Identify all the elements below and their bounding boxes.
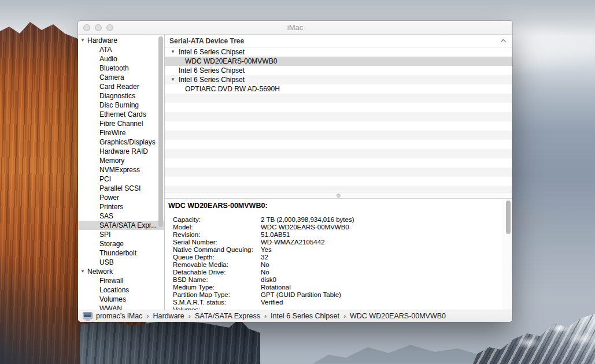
sidebar-item-card-reader[interactable]: Card Reader bbox=[78, 82, 164, 91]
zoom-button[interactable] bbox=[106, 24, 113, 31]
detail-row-removable-media: Removable Media:No bbox=[173, 261, 501, 269]
sidebar-item-label: Thunderbolt bbox=[99, 249, 136, 257]
detail-label: S.M.A.R.T. status: bbox=[173, 299, 261, 306]
sidebar-group-label: Network bbox=[87, 268, 113, 276]
sidebar-item-disc-burning[interactable]: Disc Burning bbox=[78, 101, 164, 110]
sidebar-item-label: PCI bbox=[99, 175, 111, 183]
tree-row-empty bbox=[165, 186, 512, 192]
detail-row-partition-map-type: Partition Map Type:GPT (GUID Partition T… bbox=[173, 291, 501, 299]
tree-row-empty bbox=[165, 94, 512, 103]
minimize-button[interactable] bbox=[95, 24, 102, 31]
tree-row-empty bbox=[165, 131, 512, 140]
sidebar-item-memory[interactable]: Memory bbox=[78, 156, 164, 165]
sidebar-item-firewire[interactable]: FireWire bbox=[78, 128, 164, 138]
sidebar-item-ethernet-cards[interactable]: Ethernet Cards bbox=[78, 110, 164, 119]
window-title: iMac bbox=[287, 23, 303, 32]
sidebar-scrollbar-thumb[interactable] bbox=[158, 36, 163, 227]
detail-value: Rotational bbox=[261, 284, 501, 291]
sidebar-group-hardware[interactable]: ▼Hardware bbox=[78, 36, 164, 45]
sidebar-item-volumes[interactable]: Volumes bbox=[78, 295, 164, 304]
detail-label: Detachable Drive: bbox=[173, 269, 261, 276]
sidebar-item-pci[interactable]: PCI bbox=[78, 174, 164, 184]
sidebar-item-bluetooth[interactable]: Bluetooth bbox=[78, 64, 164, 73]
sidebar-item-usb[interactable]: USB bbox=[78, 258, 164, 267]
sidebar-item-spi[interactable]: SPI bbox=[78, 230, 164, 239]
sidebar-item-printers[interactable]: Printers bbox=[78, 202, 164, 211]
sidebar-item-label: USB bbox=[99, 258, 114, 266]
detail-row-native-command-queuing: Native Command Queuing:Yes bbox=[173, 246, 501, 254]
detail-value: 2 TB (2,000,398,934,016 bytes) bbox=[261, 216, 501, 224]
sidebar-item-storage[interactable]: Storage bbox=[78, 239, 164, 248]
breadcrumb-separator: › bbox=[264, 312, 267, 320]
breadcrumb-item-sata-sata-express[interactable]: SATA/SATA Express bbox=[195, 312, 260, 320]
tree-row-intel-6-series-chipset[interactable]: Intel 6 Series Chipset bbox=[165, 66, 512, 75]
tree-item-label: Intel 6 Series Chipset bbox=[165, 66, 245, 75]
sidebar-item-wwan[interactable]: WWAN bbox=[78, 304, 164, 310]
tree-row-optiarc-dvd-rw-ad-5690h[interactable]: OPTIARC DVD RW AD-5690H bbox=[165, 84, 512, 94]
breadcrumb-item-intel-6-series-chipset[interactable]: Intel 6 Series Chipset bbox=[271, 312, 339, 320]
sidebar-item-ata[interactable]: ATA bbox=[78, 45, 164, 54]
tree-row-wdc-wd20ears-00mvwb0[interactable]: WDC WD20EARS-00MVWB0 bbox=[165, 57, 512, 66]
tree-row-empty bbox=[165, 177, 512, 186]
tree-header-label: Serial-ATA Device Tree bbox=[169, 37, 500, 45]
sidebar-item-locations[interactable]: Locations bbox=[78, 285, 164, 295]
sidebar-item-graphics-displays[interactable]: Graphics/Displays bbox=[78, 138, 164, 147]
detail-value: No bbox=[261, 269, 501, 276]
sidebar-item-nvmexpress[interactable]: NVMExpress bbox=[78, 165, 164, 174]
tree-header[interactable]: Serial-ATA Device Tree bbox=[165, 35, 512, 47]
detail-scrollbar[interactable] bbox=[504, 199, 512, 310]
sidebar-item-sas[interactable]: SAS bbox=[78, 211, 164, 221]
sidebar-item-audio[interactable]: Audio bbox=[78, 54, 164, 64]
tree-item-label: Intel 6 Series Chipset bbox=[165, 47, 245, 57]
breadcrumb-item-hardware[interactable]: Hardware bbox=[153, 312, 184, 320]
detail-row-capacity: Capacity:2 TB (2,000,398,934,016 bytes) bbox=[173, 216, 501, 224]
breadcrumb-item-promac-s-imac[interactable]: promac’s iMac bbox=[96, 312, 142, 320]
sidebar-item-label: Printers bbox=[99, 203, 123, 211]
disclosure-triangle-icon[interactable]: ▼ bbox=[171, 47, 175, 57]
detail-row-bsd-name: BSD Name:disk0 bbox=[173, 276, 501, 284]
sidebar-item-label: WWAN bbox=[99, 304, 122, 310]
sidebar-item-power[interactable]: Power bbox=[78, 193, 164, 202]
sidebar-item-thunderbolt[interactable]: Thunderbolt bbox=[78, 248, 164, 258]
sidebar-item-label: NVMExpress bbox=[99, 166, 140, 174]
breadcrumb-separator: › bbox=[146, 312, 149, 320]
tree-row-intel-6-series-chipset[interactable]: ▼Intel 6 Series Chipset bbox=[165, 75, 512, 84]
sidebar-item-label: Bluetooth bbox=[99, 64, 129, 72]
tree-row-empty bbox=[165, 121, 512, 131]
detail-value: No bbox=[261, 261, 501, 269]
breadcrumb-item-wdc-wd20ears-00mvwb0[interactable]: WDC WD20EARS-00MVWB0 bbox=[350, 312, 446, 320]
detail-value bbox=[261, 306, 501, 310]
sidebar-item-sata-sata-expr[interactable]: SATA/SATA Expr... bbox=[78, 221, 164, 230]
disclosure-triangle-icon[interactable]: ▼ bbox=[80, 36, 85, 45]
titlebar[interactable]: iMac bbox=[78, 21, 512, 35]
detail-label: BSD Name: bbox=[173, 276, 261, 284]
sidebar-item-camera[interactable]: Camera bbox=[78, 73, 164, 82]
sidebar-item-diagnostics[interactable]: Diagnostics bbox=[78, 91, 164, 101]
sidebar-item-label: Volumes bbox=[99, 295, 126, 303]
sidebar-item-label: Audio bbox=[99, 55, 117, 63]
detail-row-serial-number: Serial Number:WD-WMAZA2105442 bbox=[173, 239, 501, 246]
sidebar-item-firewall[interactable]: Firewall bbox=[78, 276, 164, 285]
sidebar-item-label: Disc Burning bbox=[99, 101, 139, 109]
sidebar-item-fibre-channel[interactable]: Fibre Channel bbox=[78, 119, 164, 128]
disclosure-triangle-icon[interactable]: ▼ bbox=[80, 267, 85, 276]
sidebar-item-label: Fibre Channel bbox=[99, 120, 143, 128]
sidebar-item-hardware-raid[interactable]: Hardware RAID bbox=[78, 147, 164, 156]
tree-row-empty bbox=[165, 140, 512, 149]
sidebar-list: ▼HardwareATAAudioBluetoothCameraCard Rea… bbox=[78, 36, 164, 310]
detail-rows: Capacity:2 TB (2,000,398,934,016 bytes)M… bbox=[168, 216, 501, 310]
sidebar: ▼HardwareATAAudioBluetoothCameraCard Rea… bbox=[78, 35, 165, 310]
detail-row-queue-depth: Queue Depth:32 bbox=[173, 254, 501, 261]
disclosure-triangle-icon[interactable]: ▼ bbox=[171, 75, 175, 84]
detail-value: 51.0AB51 bbox=[261, 231, 501, 239]
splitter-handle-icon[interactable] bbox=[337, 194, 341, 198]
close-button[interactable] bbox=[83, 24, 90, 31]
detail-value: WDC WD20EARS-00MVWB0 bbox=[261, 224, 501, 231]
sidebar-item-parallel-scsi[interactable]: Parallel SCSI bbox=[78, 184, 164, 193]
detail-scrollbar-thumb[interactable] bbox=[506, 200, 511, 234]
detail-value: disk0 bbox=[261, 276, 501, 284]
sidebar-group-network[interactable]: ▼Network bbox=[78, 267, 164, 276]
sidebar-item-label: Storage bbox=[99, 240, 124, 248]
tree-row-intel-6-series-chipset[interactable]: ▼Intel 6 Series Chipset bbox=[165, 47, 512, 57]
pane-splitter[interactable] bbox=[165, 192, 512, 199]
